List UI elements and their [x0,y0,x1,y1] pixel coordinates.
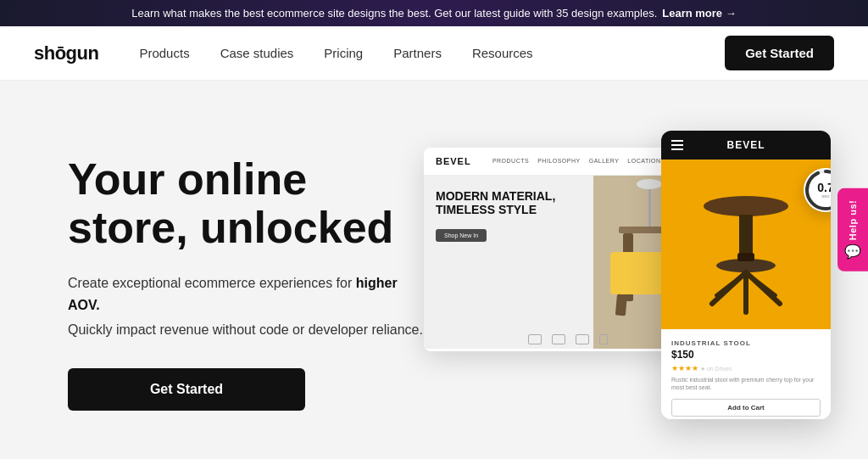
product-title: INDUSTRIAL STOOL [671,339,821,347]
logo[interactable]: shōgun [34,42,98,64]
nav-pricing[interactable]: Pricing [324,46,363,60]
mockup-front-logo: BEVEL [726,139,765,151]
mockup-front-body: 0.7 sec [661,160,831,329]
hero-subtitle-1: Create exceptional ecommerce experiences… [68,272,424,316]
help-label: Help us! [848,199,858,239]
svg-line-18 [716,272,746,295]
banner-cta[interactable]: Learn more → [662,7,736,20]
nav-case-studies[interactable]: Case studies [220,46,294,60]
top-banner: Learn what makes the best ecommerce site… [0,0,868,26]
help-button[interactable]: Help us! 💬 [837,188,868,271]
nav-products[interactable]: Products [139,46,189,60]
nav-links: Products Case studies Pricing Partners R… [139,46,725,60]
hero-cta-button[interactable]: Get Started [68,368,305,411]
svg-line-19 [746,272,776,295]
device-icon-desktop [528,334,542,344]
timer-value: 0.7 [817,182,831,193]
add-to-cart-button[interactable]: Add to Cart [671,399,821,417]
timer-label: sec [821,193,829,199]
hero-section: Your online store, unlocked Create excep… [0,81,868,459]
hamburger-icon [671,140,683,150]
device-icon-mobile [599,334,608,344]
hero-subtitle-2: Quickly impact revenue without code or d… [68,322,424,338]
hero-title: Your online store, unlocked [68,155,424,252]
chat-icon: 💬 [844,243,861,260]
mockup-front-header: BEVEL [661,131,831,160]
mockup-container: BEVEL PRODUCTS PHILOSOPHY GALLERY LOCATI… [424,131,831,436]
product-description: Rustic industrial stool with premium che… [671,376,821,393]
svg-rect-14 [737,253,754,261]
product-stars: ★★★★ ★ on Drives [671,364,821,372]
device-icon-tablet [576,334,589,344]
nav-resources[interactable]: Resources [472,46,533,60]
mockup-back-nav: PRODUCTS PHILOSOPHY GALLERY LOCATIONS [492,158,665,164]
nav-partners[interactable]: Partners [393,46,442,60]
navbar: shōgun Products Case studies Pricing Par… [0,26,868,81]
navbar-cta-button[interactable]: Get Started [725,36,834,70]
mockup-back-content: MODERN MATERIAL, TIMELESS STYLE Shop New… [424,176,593,349]
product-price: $150 [671,349,821,361]
svg-point-10 [637,179,662,189]
hero-content: Your online store, unlocked Create excep… [68,155,424,411]
mockup-back-logo: BEVEL [436,156,471,166]
mobile-mockup: BEVEL [661,131,831,419]
svg-rect-4 [615,294,627,316]
hero-mockups: BEVEL PRODUCTS PHILOSOPHY GALLERY LOCATI… [424,115,831,451]
svg-rect-9 [648,184,651,227]
mockup-shop-button[interactable]: Shop New In [436,229,487,242]
timer-badge: 0.7 sec [804,168,831,212]
svg-point-11 [704,196,788,216]
stool-illustration [678,164,814,325]
device-icon-laptop [552,334,565,344]
banner-text: Learn what makes the best ecommerce site… [131,7,657,20]
mockup-back-heading: MODERN MATERIAL, TIMELESS STYLE [436,189,581,218]
product-detail: INDUSTRIAL STOOL $150 ★★★★ ★ on Drives R… [661,329,831,419]
